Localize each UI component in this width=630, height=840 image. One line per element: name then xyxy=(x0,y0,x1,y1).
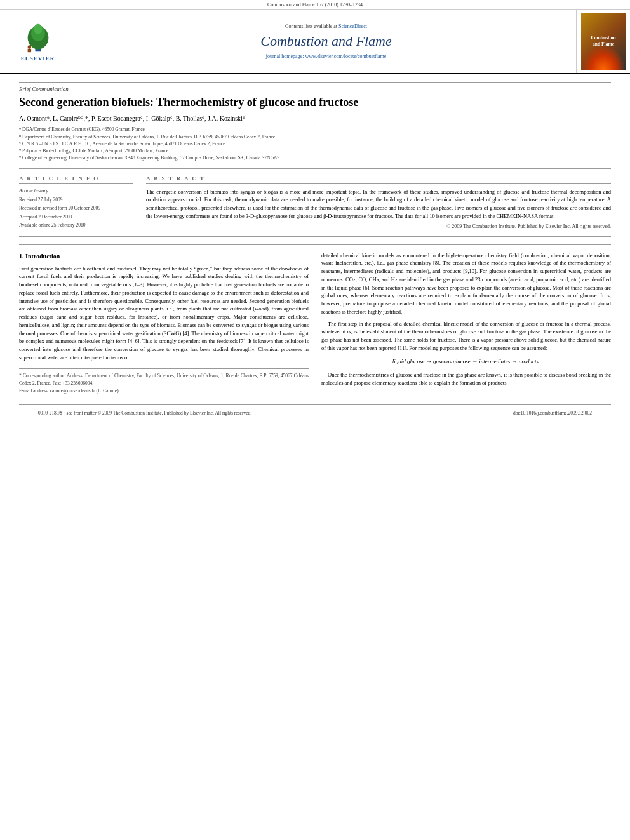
footnotes-area: * Corresponding author. Address: Departm… xyxy=(19,368,309,395)
history-label: Article history: xyxy=(19,188,133,194)
section1-heading: 1. Introduction xyxy=(19,251,309,261)
copyright-line: © 2009 The Combustion Institute. Publish… xyxy=(146,223,611,229)
authors-line: A. Osmontᵃ, L. Catoireᵇᶜ,*, P. Escot Boc… xyxy=(19,115,611,122)
article-info-header: A R T I C L E I N F O xyxy=(19,175,133,184)
sciencedirect-link[interactable]: ScienceDirect xyxy=(338,23,367,29)
intro-para4: Once the thermochemistries of glucose an… xyxy=(321,371,611,387)
accepted-date: Accepted 2 December 2009 xyxy=(19,213,133,222)
cover-title-text: Combustion and Flame xyxy=(591,35,615,48)
intro-para1: First generation biofuels are bioethanol… xyxy=(19,265,309,362)
affil-c: ᶜ C.N.R.S.–I.N.S.I.S., I.C.A.R.E., 1C, A… xyxy=(19,140,611,147)
divider-2 xyxy=(19,236,611,237)
svg-rect-5 xyxy=(27,48,30,51)
journal-cover-area: Combustion and Flame xyxy=(576,10,630,73)
journal-header: Combustion and Flame 157 (2010) 1230–123… xyxy=(0,0,630,74)
reaction-equation: liquid glucose → gaseous glucose → inter… xyxy=(321,357,611,366)
bottom-bar: 0010-2180/$ - see front matter © 2009 Th… xyxy=(19,404,611,421)
received-date: Received 27 July 2009 xyxy=(19,196,133,204)
doi-line: doi:10.1016/j.combustflame.2009.12.002 xyxy=(513,410,592,416)
elsevier-brand-text: ELSEVIER xyxy=(21,55,55,62)
contents-line: Contents lists available at ScienceDirec… xyxy=(89,23,563,29)
online-date: Available online 25 February 2010 xyxy=(19,221,133,230)
affil-d: ᵈ Polymaris Biotechnology, CCI de Morlai… xyxy=(19,147,611,154)
elsevier-logo-area: ELSEVIER xyxy=(0,10,76,73)
article-info-abstract: A R T I C L E I N F O Article history: R… xyxy=(19,175,611,230)
header-content: ELSEVIER Contents lists available at Sci… xyxy=(0,10,630,73)
page-wrapper: Combustion and Flame 157 (2010) 1230–123… xyxy=(0,0,630,840)
issn-line: 0010-2180/$ - see front matter © 2009 Th… xyxy=(38,410,251,416)
email-footnote: E-mail address: catoire@cnrs-orleans.fr … xyxy=(19,387,309,395)
article-content: Brief Communication Second generation bi… xyxy=(0,74,630,430)
authors-text: A. Osmontᵃ, L. Catoireᵇᶜ,*, P. Escot Boc… xyxy=(19,115,245,122)
intro-para3: The first step in the proposal of a deta… xyxy=(321,320,611,352)
body-col-right: detailed chemical kinetic models as enco… xyxy=(321,251,611,395)
divider-1 xyxy=(19,168,611,169)
affiliations-block: ᵃ DGA/Centre d’Études de Gramat (CEG), 4… xyxy=(19,126,611,161)
journal-title-area: Contents lists available at ScienceDirec… xyxy=(76,10,576,73)
journal-cover-image: Combustion and Flame xyxy=(581,13,626,70)
abstract-body: The energetic conversion of biomass into… xyxy=(146,188,611,220)
body-col-left: 1. Introduction First generation biofuel… xyxy=(19,251,309,395)
elsevier-logo: ELSEVIER xyxy=(16,22,60,62)
svg-point-3 xyxy=(34,23,42,34)
dates-block: Received 27 July 2009 Received in revise… xyxy=(19,196,133,230)
section-type-label: Brief Communication xyxy=(19,82,611,92)
journal-volume-info: Combustion and Flame 157 (2010) 1230–123… xyxy=(267,2,363,8)
body-columns: 1. Introduction First generation biofuel… xyxy=(19,244,611,395)
revised-date: Received in revised form 20 October 2009 xyxy=(19,204,133,213)
journal-main-title: Combustion and Flame xyxy=(89,33,563,50)
affil-b: ᵇ Department of Chemistry, Faculty of Sc… xyxy=(19,133,611,140)
abstract-header: A B S T R A C T xyxy=(146,175,611,184)
affil-e: ᵉ College of Engineering, University of … xyxy=(19,154,611,161)
article-info-column: A R T I C L E I N F O Article history: R… xyxy=(19,175,133,230)
contents-text: Contents lists available at xyxy=(285,23,337,29)
corresponding-footnote: * Corresponding author. Address: Departm… xyxy=(19,372,309,387)
article-title: Second generation biofuels: Thermochemis… xyxy=(19,95,611,110)
top-bar: Combustion and Flame 157 (2010) 1230–123… xyxy=(0,0,630,10)
elsevier-tree-icon xyxy=(16,22,60,53)
homepage-link[interactable]: journal homepage: www.elsevier.com/locat… xyxy=(266,53,387,59)
affil-a: ᵃ DGA/Centre d’Études de Gramat (CEG), 4… xyxy=(19,126,611,133)
abstract-column: A B S T R A C T The energetic conversion… xyxy=(146,175,611,230)
journal-homepage: journal homepage: www.elsevier.com/locat… xyxy=(89,53,563,59)
svg-point-4 xyxy=(27,45,30,48)
intro-para2: detailed chemical kinetic models as enco… xyxy=(321,251,611,316)
